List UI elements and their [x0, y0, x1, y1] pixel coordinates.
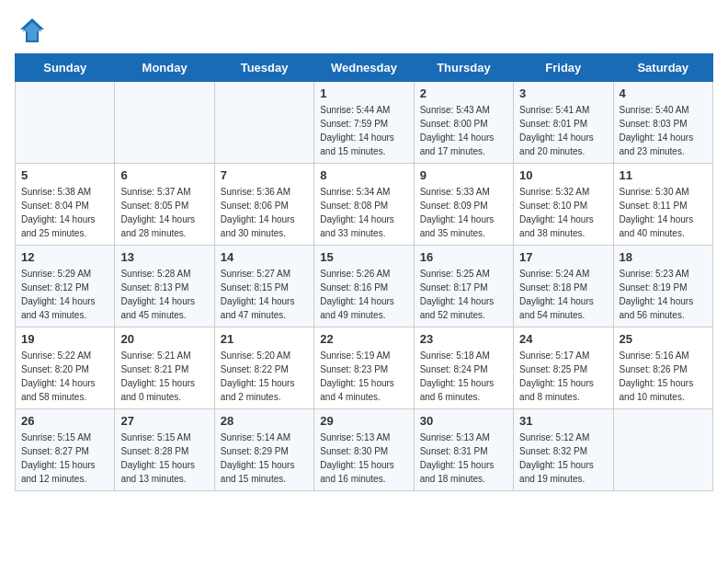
day-info: Sunrise: 5:16 AM Sunset: 8:26 PM Dayligh… — [620, 349, 707, 404]
weekday-header-row: SundayMondayTuesdayWednesdayThursdayFrid… — [16, 54, 713, 82]
day-info: Sunrise: 5:37 AM Sunset: 8:05 PM Dayligh… — [120, 185, 208, 240]
calendar-cell: 28Sunrise: 5:14 AM Sunset: 8:29 PM Dayli… — [214, 409, 313, 491]
day-info: Sunrise: 5:18 AM Sunset: 8:24 PM Dayligh… — [420, 349, 507, 404]
calendar-cell: 26Sunrise: 5:15 AM Sunset: 8:27 PM Dayli… — [16, 409, 115, 491]
calendar-cell: 13Sunrise: 5:28 AM Sunset: 8:13 PM Dayli… — [115, 246, 214, 327]
calendar-cell: 11Sunrise: 5:30 AM Sunset: 8:11 PM Dayli… — [613, 164, 712, 246]
day-info: Sunrise: 5:13 AM Sunset: 8:30 PM Dayligh… — [320, 431, 407, 486]
svg-marker-1 — [22, 22, 42, 40]
calendar-cell: 25Sunrise: 5:16 AM Sunset: 8:26 PM Dayli… — [613, 327, 712, 409]
day-number: 13 — [120, 250, 208, 264]
day-info: Sunrise: 5:23 AM Sunset: 8:19 PM Dayligh… — [620, 267, 707, 322]
day-number: 9 — [420, 168, 507, 182]
calendar-wrapper: SundayMondayTuesdayWednesdayThursdayFrid… — [0, 53, 728, 506]
day-number: 26 — [21, 414, 108, 428]
day-info: Sunrise: 5:17 AM Sunset: 8:25 PM Dayligh… — [519, 349, 607, 404]
day-number: 7 — [221, 168, 308, 182]
calendar-cell: 22Sunrise: 5:19 AM Sunset: 8:23 PM Dayli… — [314, 327, 414, 409]
calendar-week-row: 1Sunrise: 5:44 AM Sunset: 7:59 PM Daylig… — [16, 82, 713, 164]
calendar-cell: 3Sunrise: 5:41 AM Sunset: 8:01 PM Daylig… — [514, 82, 613, 164]
calendar-cell — [613, 409, 712, 491]
day-number: 30 — [420, 414, 507, 428]
day-number: 28 — [221, 414, 308, 428]
day-info: Sunrise: 5:15 AM Sunset: 8:28 PM Dayligh… — [120, 431, 208, 486]
day-info: Sunrise: 5:21 AM Sunset: 8:21 PM Dayligh… — [120, 349, 208, 404]
calendar-cell: 20Sunrise: 5:21 AM Sunset: 8:21 PM Dayli… — [115, 327, 214, 409]
day-number: 12 — [21, 250, 108, 264]
calendar-cell: 2Sunrise: 5:43 AM Sunset: 8:00 PM Daylig… — [414, 82, 513, 164]
calendar-cell: 14Sunrise: 5:27 AM Sunset: 8:15 PM Dayli… — [214, 246, 313, 327]
day-info: Sunrise: 5:20 AM Sunset: 8:22 PM Dayligh… — [221, 349, 308, 404]
day-number: 6 — [120, 168, 208, 182]
day-number: 20 — [120, 332, 208, 346]
day-number: 27 — [120, 414, 208, 428]
day-info: Sunrise: 5:19 AM Sunset: 8:23 PM Dayligh… — [320, 349, 407, 404]
day-info: Sunrise: 5:22 AM Sunset: 8:20 PM Dayligh… — [21, 349, 108, 404]
day-info: Sunrise: 5:24 AM Sunset: 8:18 PM Dayligh… — [519, 267, 607, 322]
day-info: Sunrise: 5:30 AM Sunset: 8:11 PM Dayligh… — [620, 185, 707, 240]
calendar-cell — [16, 82, 115, 164]
calendar-table: SundayMondayTuesdayWednesdayThursdayFrid… — [15, 53, 713, 491]
day-info: Sunrise: 5:43 AM Sunset: 8:00 PM Dayligh… — [420, 103, 507, 158]
logo-icon — [18, 17, 46, 44]
day-number: 23 — [420, 332, 507, 346]
day-info: Sunrise: 5:27 AM Sunset: 8:15 PM Dayligh… — [221, 267, 308, 322]
day-number: 21 — [221, 332, 308, 346]
calendar-week-row: 5Sunrise: 5:38 AM Sunset: 8:04 PM Daylig… — [16, 164, 713, 246]
day-number: 10 — [519, 168, 607, 182]
day-info: Sunrise: 5:34 AM Sunset: 8:08 PM Dayligh… — [320, 185, 407, 240]
calendar-cell — [214, 82, 313, 164]
day-info: Sunrise: 5:28 AM Sunset: 8:13 PM Dayligh… — [120, 267, 208, 322]
day-info: Sunrise: 5:38 AM Sunset: 8:04 PM Dayligh… — [21, 185, 108, 240]
weekday-header-wednesday: Wednesday — [314, 54, 414, 82]
calendar-cell: 21Sunrise: 5:20 AM Sunset: 8:22 PM Dayli… — [214, 327, 313, 409]
day-number: 3 — [519, 86, 607, 100]
calendar-cell: 18Sunrise: 5:23 AM Sunset: 8:19 PM Dayli… — [613, 246, 712, 327]
calendar-cell: 19Sunrise: 5:22 AM Sunset: 8:20 PM Dayli… — [16, 327, 115, 409]
day-info: Sunrise: 5:25 AM Sunset: 8:17 PM Dayligh… — [420, 267, 507, 322]
day-info: Sunrise: 5:29 AM Sunset: 8:12 PM Dayligh… — [21, 267, 108, 322]
weekday-header-sunday: Sunday — [16, 54, 115, 82]
calendar-cell: 5Sunrise: 5:38 AM Sunset: 8:04 PM Daylig… — [16, 164, 115, 246]
weekday-header-tuesday: Tuesday — [214, 54, 313, 82]
day-info: Sunrise: 5:33 AM Sunset: 8:09 PM Dayligh… — [420, 185, 507, 240]
logo — [18, 17, 50, 44]
calendar-cell: 8Sunrise: 5:34 AM Sunset: 8:08 PM Daylig… — [314, 164, 414, 246]
day-info: Sunrise: 5:14 AM Sunset: 8:29 PM Dayligh… — [221, 431, 308, 486]
day-number: 8 — [320, 168, 407, 182]
day-info: Sunrise: 5:36 AM Sunset: 8:06 PM Dayligh… — [221, 185, 308, 240]
weekday-header-friday: Friday — [514, 54, 613, 82]
day-info: Sunrise: 5:15 AM Sunset: 8:27 PM Dayligh… — [21, 431, 108, 486]
weekday-header-saturday: Saturday — [613, 54, 712, 82]
calendar-cell: 29Sunrise: 5:13 AM Sunset: 8:30 PM Dayli… — [314, 409, 414, 491]
calendar-cell: 12Sunrise: 5:29 AM Sunset: 8:12 PM Dayli… — [16, 246, 115, 327]
calendar-cell: 17Sunrise: 5:24 AM Sunset: 8:18 PM Dayli… — [514, 246, 613, 327]
calendar-cell: 24Sunrise: 5:17 AM Sunset: 8:25 PM Dayli… — [514, 327, 613, 409]
day-number: 1 — [320, 86, 407, 100]
day-info: Sunrise: 5:26 AM Sunset: 8:16 PM Dayligh… — [320, 267, 407, 322]
day-number: 22 — [320, 332, 407, 346]
calendar-week-row: 26Sunrise: 5:15 AM Sunset: 8:27 PM Dayli… — [16, 409, 713, 491]
calendar-cell: 7Sunrise: 5:36 AM Sunset: 8:06 PM Daylig… — [214, 164, 313, 246]
day-number: 11 — [620, 168, 707, 182]
day-number: 31 — [519, 414, 607, 428]
page-header — [0, 0, 728, 53]
day-number: 14 — [221, 250, 308, 264]
day-info: Sunrise: 5:32 AM Sunset: 8:10 PM Dayligh… — [519, 185, 607, 240]
calendar-cell: 15Sunrise: 5:26 AM Sunset: 8:16 PM Dayli… — [314, 246, 414, 327]
day-number: 16 — [420, 250, 507, 264]
day-number: 4 — [620, 86, 707, 100]
day-number: 19 — [21, 332, 108, 346]
calendar-cell — [115, 82, 214, 164]
day-number: 5 — [21, 168, 108, 182]
weekday-header-monday: Monday — [115, 54, 214, 82]
day-number: 18 — [620, 250, 707, 264]
calendar-week-row: 19Sunrise: 5:22 AM Sunset: 8:20 PM Dayli… — [16, 327, 713, 409]
weekday-header-thursday: Thursday — [414, 54, 513, 82]
calendar-cell: 6Sunrise: 5:37 AM Sunset: 8:05 PM Daylig… — [115, 164, 214, 246]
calendar-cell: 31Sunrise: 5:12 AM Sunset: 8:32 PM Dayli… — [514, 409, 613, 491]
calendar-cell: 4Sunrise: 5:40 AM Sunset: 8:03 PM Daylig… — [613, 82, 712, 164]
day-number: 17 — [519, 250, 607, 264]
day-number: 29 — [320, 414, 407, 428]
calendar-cell: 30Sunrise: 5:13 AM Sunset: 8:31 PM Dayli… — [414, 409, 513, 491]
